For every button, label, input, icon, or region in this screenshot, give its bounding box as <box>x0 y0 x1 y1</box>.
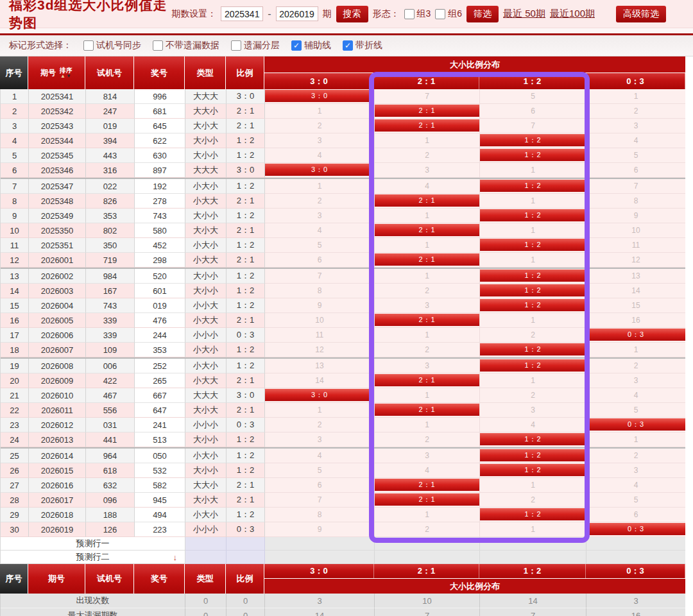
option-trial-sync[interactable]: 试机号同步 <box>83 40 141 51</box>
omission-cell: 7 <box>586 179 686 194</box>
prize-cell: 647 <box>135 403 185 418</box>
recent-50-link[interactable]: 最近 50期 <box>503 8 545 20</box>
table-footer-header: 序号 期号 试机号 奖号 类型 比例 3：0 2：1 1：2 0：3 大小比例分… <box>0 564 685 594</box>
ratio-hit-bar: 3：0 <box>265 389 374 401</box>
trial-cell: 096 <box>86 493 135 508</box>
prediction-ratio-cell[interactable] <box>227 551 265 564</box>
ratio-cell: 1：2 <box>227 238 265 253</box>
seq-cell: 12 <box>1 253 29 268</box>
prediction-type-cell[interactable] <box>185 537 227 551</box>
option-aux-line[interactable]: ✓ 辅助线 <box>291 40 331 51</box>
prediction-type-cell[interactable] <box>185 551 227 564</box>
ratio-cell: 3：0 <box>227 163 265 178</box>
sort-arrows-icon[interactable]: ▲▼ <box>60 74 72 79</box>
checkbox-icon[interactable] <box>83 40 94 51</box>
ratio-hit-cell: 1：2 <box>480 269 586 284</box>
seq-cell: 25 <box>1 449 29 463</box>
ratio-cell: 2：1 <box>227 253 265 268</box>
shape-option-zu3[interactable]: 组3 <box>404 8 431 20</box>
omission-cell: 2 <box>586 104 686 119</box>
shape-option-zu6[interactable]: 组6 <box>435 8 462 20</box>
header-period[interactable]: 期号 排序 ▲▼ <box>28 56 85 89</box>
omission-value: 6 <box>318 481 322 490</box>
down-arrow-icon: ↓ <box>173 552 178 562</box>
prize-cell: 622 <box>135 133 185 148</box>
omission-value: 10 <box>315 316 323 325</box>
sort-control[interactable]: 排序 ▲▼ <box>60 67 73 79</box>
prize-cell: 580 <box>135 223 185 238</box>
checkbox-icon[interactable] <box>231 40 241 51</box>
ratio-hit-bar: 0：3 <box>586 523 685 535</box>
trial-cell: 632 <box>86 478 135 493</box>
ratio-hit-bar: 1：2 <box>480 284 586 296</box>
omission-value: 8 <box>318 286 322 295</box>
search-button[interactable]: 搜索 <box>336 6 368 22</box>
seq-cell: 26 <box>1 463 29 478</box>
option-omission-layer[interactable]: 遗漏分层 <box>231 40 280 51</box>
header-type: 类型 <box>185 56 226 89</box>
period-cell: 2026017 <box>29 493 86 508</box>
omission-value: 3 <box>425 301 429 310</box>
seq-cell: 16 <box>1 313 29 328</box>
prize-cell: 513 <box>135 432 185 447</box>
period-cell: 2026015 <box>29 463 86 478</box>
ratio-hit-cell: 3：0 <box>265 89 375 104</box>
ratio-hit-bar: 2：1 <box>375 119 479 132</box>
table-row: 132026002984520大小小1：2711：213 <box>1 269 685 284</box>
period-to-input[interactable] <box>276 6 318 21</box>
ratio-hit-cell: 1：2 <box>480 449 586 463</box>
ratio-hit-bar: 1：2 <box>480 449 586 461</box>
omission-cell: 8 <box>265 508 375 522</box>
omission-cell: 9 <box>586 209 686 223</box>
omission-value: 4 <box>318 451 322 460</box>
ratio-cell: 0：3 <box>227 328 265 343</box>
omission-cell: 5 <box>586 493 686 508</box>
ratio-hit-bar: 1：2 <box>480 299 586 311</box>
ratio-hit-cell: 0：3 <box>586 522 686 537</box>
omission-value: 1 <box>531 226 535 235</box>
filter-button[interactable]: 筛选 <box>466 6 499 22</box>
prediction-ratio-cell[interactable] <box>227 537 265 551</box>
ratio-cell: 1：2 <box>227 359 265 373</box>
trial-cell: 443 <box>86 148 135 163</box>
footer-ratio-12: 1：2 <box>479 564 586 579</box>
trial-cell: 031 <box>86 418 135 432</box>
omission-value: 1 <box>425 330 429 339</box>
period-from-input[interactable] <box>221 6 263 21</box>
ratio-hit-bar: 1：2 <box>480 508 586 520</box>
checkbox-icon[interactable] <box>153 40 163 51</box>
omission-cell: 14 <box>265 373 375 388</box>
omission-cell: 2 <box>375 148 480 163</box>
prize-cell: 667 <box>135 388 185 403</box>
type-cell: 小小小 <box>185 418 227 432</box>
footer-distribution: 3：0 2：1 1：2 0：3 大小比例分布 <box>264 564 685 594</box>
period-setting-label: 期数设置： <box>171 8 216 20</box>
checkbox-icon[interactable]: ✓ <box>291 40 302 51</box>
omission-value: 5 <box>318 466 322 475</box>
checkbox-icon[interactable] <box>404 9 415 19</box>
ratio-hit-cell: 1：2 <box>480 463 586 478</box>
header-distribution: 大小比例分布 3：0 2：1 1：2 0：3 <box>264 56 685 89</box>
advanced-filter-button[interactable]: 高级筛选 <box>616 6 666 22</box>
checkbox-icon[interactable]: ✓ <box>343 40 353 51</box>
omission-value: 2 <box>634 361 638 370</box>
option-no-omission[interactable]: 不带遗漏数据 <box>153 40 219 51</box>
period-cell: 2025343 <box>29 119 86 133</box>
table-row: 182026007109353小大小1：21221：21 <box>1 343 685 359</box>
ratio-cell: 1：2 <box>227 209 265 223</box>
prediction-row-1: 预测行一 <box>0 537 685 551</box>
seq-cell: 2 <box>1 104 29 119</box>
omission-value: 1 <box>318 182 322 191</box>
omission-cell: 1 <box>375 418 480 432</box>
omission-cell: 13 <box>586 269 686 284</box>
omission-cell: 9 <box>265 522 375 537</box>
stats-label: 最大遗漏期数 <box>1 608 185 616</box>
recent-100-link[interactable]: 最近100期 <box>550 8 595 20</box>
table-row: 12025341814996大大大3：03：0751 <box>1 89 685 104</box>
type-cell: 小大小 <box>185 179 227 194</box>
omission-value: 1 <box>531 166 535 175</box>
checkbox-icon[interactable] <box>435 9 445 19</box>
ratio-hit-bar: 2：1 <box>375 253 479 266</box>
omission-value: 1 <box>425 510 429 519</box>
option-poly-line[interactable]: ✓ 带折线 <box>343 40 382 51</box>
